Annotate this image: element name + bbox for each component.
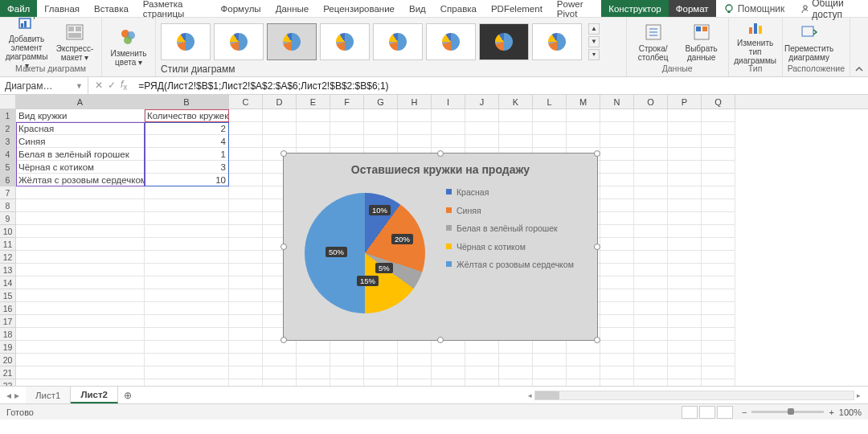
cell-P3[interactable] <box>668 135 702 148</box>
cell-Q10[interactable] <box>702 225 735 238</box>
sheet-nav-next-icon[interactable]: ▸ <box>14 390 19 401</box>
cell-L1[interactable] <box>533 109 567 122</box>
cancel-formula-icon[interactable]: ✕ <box>95 80 103 91</box>
cell-C9[interactable] <box>229 212 263 225</box>
cell-G2[interactable] <box>364 122 398 135</box>
cell-Q17[interactable] <box>702 315 735 328</box>
cell-C1[interactable] <box>229 109 263 122</box>
change-colors-button[interactable]: Изменить цвета ▾ <box>107 25 150 68</box>
cell-O21[interactable] <box>634 366 668 379</box>
cell-O6[interactable] <box>634 174 668 186</box>
cell-C7[interactable] <box>229 186 263 199</box>
cell-P1[interactable] <box>668 109 702 122</box>
cell-A13[interactable] <box>16 264 145 276</box>
cell-B1[interactable]: Количество кружек <box>145 109 229 122</box>
cell-J1[interactable] <box>465 109 499 122</box>
add-chart-element-button[interactable]: + Добавить элемент диаграммы ▾ <box>5 20 48 63</box>
cell-Q2[interactable] <box>702 122 735 135</box>
cell-B2[interactable]: 2 <box>145 122 229 135</box>
move-chart-button[interactable]: Переместить диаграмму <box>788 20 831 63</box>
cell-A15[interactable] <box>16 289 145 302</box>
data-label-1[interactable]: 20% <box>391 234 413 244</box>
cell-I22[interactable] <box>432 379 465 386</box>
cell-B14[interactable] <box>145 276 229 289</box>
cell-Q11[interactable] <box>702 238 735 251</box>
cell-P19[interactable] <box>668 341 702 354</box>
cell-O10[interactable] <box>634 225 668 238</box>
row-header-6[interactable]: 6 <box>0 174 16 186</box>
col-header-E[interactable]: E <box>297 95 330 108</box>
cell-L2[interactable] <box>533 122 567 135</box>
tab-pdfelement[interactable]: PDFelement <box>484 0 550 17</box>
cell-O3[interactable] <box>634 135 668 148</box>
cell-C10[interactable] <box>229 225 263 238</box>
cell-Q4[interactable] <box>702 148 735 161</box>
tab-data[interactable]: Данные <box>268 0 317 17</box>
cell-P21[interactable] <box>668 366 702 379</box>
cell-B12[interactable] <box>145 251 229 264</box>
cell-P8[interactable] <box>668 199 702 212</box>
select-all-corner[interactable] <box>0 95 16 108</box>
cell-B5[interactable]: 3 <box>145 161 229 174</box>
cell-P9[interactable] <box>668 212 702 225</box>
col-header-N[interactable]: N <box>600 95 634 108</box>
cell-P12[interactable] <box>668 251 702 264</box>
cell-C12[interactable] <box>229 251 263 264</box>
row-header-13[interactable]: 13 <box>0 264 16 276</box>
cell-N20[interactable] <box>600 354 634 366</box>
tab-view[interactable]: Вид <box>402 0 433 17</box>
pie-plot[interactable] <box>305 193 425 313</box>
cell-D2[interactable] <box>263 122 297 135</box>
cell-O8[interactable] <box>634 199 668 212</box>
row-header-20[interactable]: 20 <box>0 354 16 366</box>
cell-N1[interactable] <box>600 109 634 122</box>
cell-P6[interactable] <box>668 174 702 186</box>
cell-A11[interactable] <box>16 238 145 251</box>
cell-G1[interactable] <box>364 109 398 122</box>
change-chart-type-button[interactable]: Изменить тип диаграммы <box>734 20 777 63</box>
cell-L20[interactable] <box>533 354 567 366</box>
row-header-9[interactable]: 9 <box>0 212 16 225</box>
cell-E20[interactable] <box>297 354 330 366</box>
chart-style-8[interactable] <box>532 23 582 60</box>
cell-A17[interactable] <box>16 315 145 328</box>
cell-J20[interactable] <box>465 354 499 366</box>
cell-M20[interactable] <box>567 354 600 366</box>
cell-C5[interactable] <box>229 161 263 174</box>
cell-N5[interactable] <box>600 161 634 174</box>
cell-N8[interactable] <box>600 199 634 212</box>
cell-A19[interactable] <box>16 341 145 354</box>
cell-M3[interactable] <box>567 135 600 148</box>
cell-B6[interactable]: 10 <box>145 174 229 186</box>
cell-O17[interactable] <box>634 315 668 328</box>
row-header-4[interactable]: 4 <box>0 148 16 161</box>
col-header-B[interactable]: B <box>145 95 229 108</box>
collapse-ribbon-button[interactable] <box>850 18 868 76</box>
cell-Q14[interactable] <box>702 276 735 289</box>
cell-Q3[interactable] <box>702 135 735 148</box>
cell-C17[interactable] <box>229 315 263 328</box>
tab-insert[interactable]: Вставка <box>87 0 136 17</box>
cell-C15[interactable] <box>229 289 263 302</box>
cell-P17[interactable] <box>668 315 702 328</box>
cell-F21[interactable] <box>330 366 364 379</box>
view-page-layout-button[interactable] <box>699 406 715 419</box>
cell-N21[interactable] <box>600 366 634 379</box>
chart-style-5[interactable] <box>373 23 423 60</box>
cell-A16[interactable] <box>16 302 145 315</box>
cell-E2[interactable] <box>297 122 330 135</box>
cell-H2[interactable] <box>398 122 432 135</box>
col-header-J[interactable]: J <box>465 95 499 108</box>
cell-O15[interactable] <box>634 289 668 302</box>
row-header-22[interactable]: 22 <box>0 379 16 386</box>
cell-N18[interactable] <box>600 328 634 341</box>
cell-E21[interactable] <box>297 366 330 379</box>
cell-M1[interactable] <box>567 109 600 122</box>
cell-J21[interactable] <box>465 366 499 379</box>
cell-N10[interactable] <box>600 225 634 238</box>
cell-P10[interactable] <box>668 225 702 238</box>
cell-A2[interactable]: Красная <box>16 122 145 135</box>
zoom-slider[interactable] <box>751 411 824 413</box>
row-header-11[interactable]: 11 <box>0 238 16 251</box>
chart-style-1[interactable] <box>161 23 211 60</box>
